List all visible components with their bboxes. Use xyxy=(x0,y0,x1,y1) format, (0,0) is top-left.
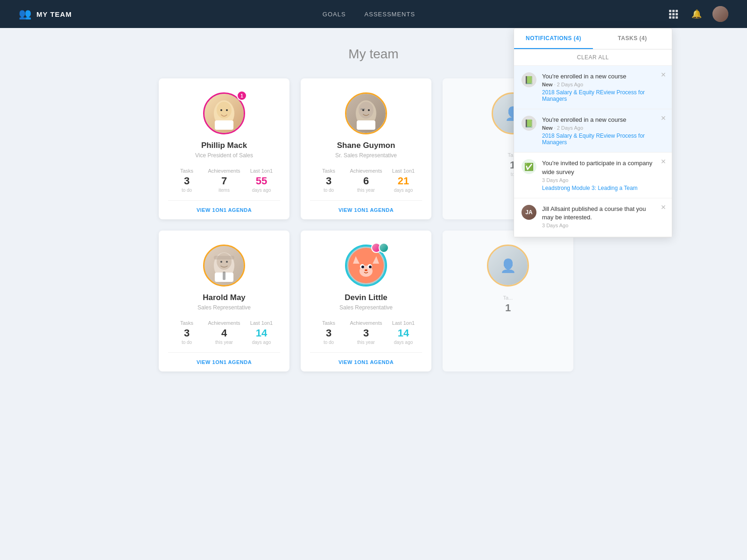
book-icon: 📗 xyxy=(524,76,534,84)
notif-item-4: JA Jill Allsaint published a course that… xyxy=(514,198,672,237)
notif-tabs: NOTIFICATIONS (4) TASKS (4) xyxy=(514,28,672,49)
notif-close-3[interactable]: ✕ xyxy=(660,157,667,166)
devin-stats: Tasks 3 to do Achievements 3 this year L… xyxy=(310,320,422,345)
svg-point-28 xyxy=(361,266,364,268)
nav-assessments[interactable]: ASSESSMENTS xyxy=(365,11,416,18)
devin-action[interactable]: VIEW 1ON1 AGENDA xyxy=(310,353,422,371)
svg-point-9 xyxy=(368,109,370,111)
phillip-ach-lbl: items xyxy=(205,188,243,193)
avatar-wrap-devin xyxy=(345,245,387,287)
harold-1on1-val: 14 xyxy=(243,328,280,339)
notif-book-icon-2: 📗 xyxy=(521,116,536,131)
notif-link-3[interactable]: Leadstrong Module 3: Leading a Team xyxy=(542,185,655,191)
phillip-tasks: Tasks 3 to do xyxy=(168,168,205,193)
notif-time-2: 2 Days Ago xyxy=(557,125,583,131)
bell-icon: 🔔 xyxy=(691,9,702,19)
tasks-header: Ta... xyxy=(452,295,564,301)
devin-tasks-lbl: to do xyxy=(310,340,347,345)
svg-point-13 xyxy=(220,261,222,263)
grid-button[interactable] xyxy=(666,7,681,21)
team-card-phillip: 1 Phillip Mack Vice President of Sales T… xyxy=(159,78,289,219)
ach-header: Achievements xyxy=(205,320,243,326)
notif-body-2: You're enrolled in a new course New · 2 … xyxy=(542,116,655,146)
devin-tasks: Tasks 3 to do xyxy=(310,320,347,345)
notif-item-1: 📗 You're enrolled in a new course New · … xyxy=(514,66,672,109)
tasks-header: Tasks xyxy=(310,168,347,174)
avatar-wrap-shane xyxy=(345,92,387,134)
harold-name: Harold May xyxy=(203,293,246,302)
svg-point-2 xyxy=(220,109,222,111)
navbar: 👥 MY TEAM GOALS ASSESSMENTS 🔔 xyxy=(0,0,747,28)
clear-all-button[interactable]: CLEAR ALL xyxy=(514,49,672,66)
devin-badges xyxy=(371,243,389,253)
brand[interactable]: 👥 MY TEAM xyxy=(19,8,72,20)
svg-point-8 xyxy=(362,109,364,111)
nav-links: GOALS ASSESSMENTS xyxy=(72,11,666,18)
shane-name: Shane Guymon xyxy=(337,141,395,150)
harold-1on1: Last 1on1 14 days ago xyxy=(243,320,280,345)
notif-list: 📗 You're enrolled in a new course New · … xyxy=(514,66,672,237)
tab-notifications[interactable]: NOTIFICATIONS (4) xyxy=(514,28,593,49)
shane-ach-lbl: this year xyxy=(347,188,385,193)
notif-link-1[interactable]: 2018 Salary & Equity REview Process for … xyxy=(542,89,655,102)
notif-body-1: You're enrolled in a new course New · 2 … xyxy=(542,72,655,102)
phillip-name: Phillip Mack xyxy=(201,141,247,150)
notif-title-2: You're enrolled in a new course xyxy=(542,116,655,124)
harold-role: Sales Representative xyxy=(197,304,251,311)
devin-role: Sales Representative xyxy=(339,304,393,311)
svg-point-30 xyxy=(365,269,367,271)
harold-face xyxy=(204,246,244,285)
shane-tasks-lbl: to do xyxy=(310,188,347,193)
phillip-achievements: Achievements 7 items xyxy=(205,168,243,193)
notif-link-2[interactable]: 2018 Salary & Equity REview Process for … xyxy=(542,133,655,146)
svg-rect-10 xyxy=(357,120,375,130)
team-icon: 👥 xyxy=(19,8,32,20)
harold-action[interactable]: VIEW 1ON1 AGENDA xyxy=(168,353,280,371)
phillip-tasks-val: 3 xyxy=(168,175,205,187)
avatar-shane xyxy=(345,92,387,134)
book-icon-2: 📗 xyxy=(524,119,534,128)
nav-goals[interactable]: GOALS xyxy=(323,11,346,18)
team-card-devin: Devin Little Sales Representative Tasks … xyxy=(301,231,431,371)
shane-1on1-lbl: days ago xyxy=(385,188,422,193)
brand-name: MY TEAM xyxy=(36,10,72,18)
harold-stats: Tasks 3 to do Achievements 4 this year L… xyxy=(168,320,280,345)
shane-action[interactable]: VIEW 1ON1 AGENDA xyxy=(310,201,422,219)
phillip-ach-val: 7 xyxy=(205,175,243,187)
notif-meta-4: 3 Days Ago xyxy=(542,223,655,228)
nav-right: 🔔 xyxy=(666,6,728,22)
check-circle-icon: ✅ xyxy=(524,162,534,171)
notif-item-2: 📗 You're enrolled in a new course New · … xyxy=(514,109,672,153)
notif-meta-3: 3 Days Ago xyxy=(542,177,655,183)
phillip-action[interactable]: VIEW 1ON1 AGENDA xyxy=(168,201,280,219)
grid-icon xyxy=(669,10,678,19)
harold-achievements: Achievements 4 this year xyxy=(205,320,243,345)
oneon1-header: Last 1on1 xyxy=(385,168,422,174)
shane-tasks: Tasks 3 to do xyxy=(310,168,347,193)
svg-point-6 xyxy=(359,102,374,119)
notif-close-4[interactable]: ✕ xyxy=(660,203,667,211)
avatar-wrap-phillip: 1 xyxy=(203,92,245,134)
team-card-unknown2: 👤 Ta... 1 xyxy=(443,231,573,371)
devin-1on1: Last 1on1 14 days ago xyxy=(385,320,422,345)
harold-tasks: Tasks 3 to do xyxy=(168,320,205,345)
notif-close-1[interactable]: ✕ xyxy=(660,70,667,79)
avatar-wrap-harold xyxy=(203,245,245,287)
phillip-tasks-lbl: to do xyxy=(168,188,205,193)
harold-tasks-val: 3 xyxy=(168,328,205,339)
phillip-1on1: Last 1on1 55 days ago xyxy=(243,168,280,193)
phillip-face xyxy=(204,94,244,133)
user-avatar-nav[interactable] xyxy=(712,6,728,22)
devin-ach-lbl: this year xyxy=(347,340,385,345)
devin-1on1-val: 14 xyxy=(385,328,422,339)
tasks-header: Tasks xyxy=(168,320,205,326)
team-card-shane: Shane Guymon Sr. Sales Representative Ta… xyxy=(301,78,431,219)
notif-close-2[interactable]: ✕ xyxy=(660,114,667,122)
svg-point-3 xyxy=(226,109,228,111)
shane-achievements: Achievements 6 this year xyxy=(347,168,385,193)
phillip-stats: Tasks 3 to do Achievements 7 items Last … xyxy=(168,168,280,193)
svg-point-29 xyxy=(369,266,372,268)
bell-button[interactable]: 🔔 xyxy=(689,7,704,21)
notif-time-3: 3 Days Ago xyxy=(542,177,568,183)
tab-tasks[interactable]: TASKS (4) xyxy=(593,28,672,49)
